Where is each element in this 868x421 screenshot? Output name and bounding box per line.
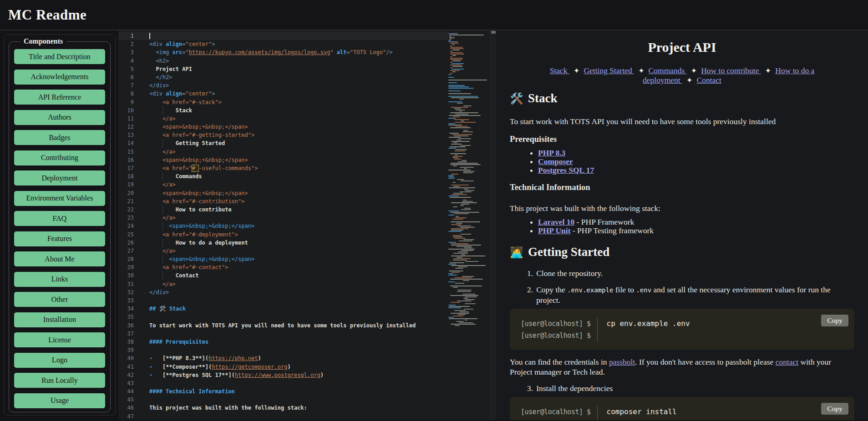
editor-minimap[interactable] <box>448 32 490 420</box>
component-button-features[interactable]: Features <box>14 231 105 246</box>
editor-code-rows[interactable]: 12<div align="center">3 <img src="https:… <box>118 32 448 420</box>
preview-heading-getting-started: 🧑‍💻Getting Started <box>510 245 854 259</box>
preview-list: Laravel 10 - PHP FrameworkPHP Unit - PHP… <box>510 218 854 235</box>
preview-link-php-8.3[interactable]: PHP 8.3 <box>538 148 565 157</box>
editor-line-17: 17 <a href="# -useful-commands"> <box>118 164 448 172</box>
minimap-line <box>449 318 477 319</box>
minimap-line <box>448 88 474 89</box>
component-button-usage[interactable]: Usage <box>14 393 105 408</box>
editor-line-number: 14 <box>118 139 142 147</box>
editor-line-38: 38#### Prerequisites <box>118 338 448 346</box>
minimap-line <box>449 39 452 40</box>
minimap-line <box>460 311 469 312</box>
editor-scrollbar[interactable] <box>490 30 496 420</box>
editor-line-31: 31 </a> <box>118 280 448 288</box>
component-button-deployment[interactable]: Deployment <box>14 170 105 185</box>
preview-nav-link-commands[interactable]: Commands <box>649 66 687 75</box>
component-button-title-and-description[interactable]: Title and Description <box>14 49 105 64</box>
minimap-line <box>457 179 465 180</box>
minimap-line <box>451 163 478 164</box>
editor-line-2: 2<div align="center"> <box>118 40 448 48</box>
minimap-line <box>451 221 480 222</box>
indent-guide <box>162 239 163 247</box>
inline-code: .env.example <box>567 286 613 294</box>
step-text: Clone the repository. <box>536 268 603 278</box>
preview-link-php-unit[interactable]: PHP Unit <box>538 226 570 235</box>
editor-line-22: 22 How to contribute <box>118 205 448 214</box>
component-button-logo[interactable]: Logo <box>14 353 105 368</box>
preview-link-passbolt[interactable]: passbolt <box>609 357 635 366</box>
minimap-line <box>448 92 490 93</box>
editor-line-34: 34## 🛠️ Stack <box>118 305 448 313</box>
list-item: Laravel 10 - PHP Framework <box>538 218 854 226</box>
minimap-line <box>448 305 456 306</box>
component-button-acknowledgements[interactable]: Acknowledgements <box>14 70 105 85</box>
component-button-run-locally[interactable]: Run Locally <box>14 373 105 388</box>
editor-line-number: 5 <box>118 65 142 73</box>
components-sidebar: Components Title and DescriptionAcknowle… <box>0 30 118 420</box>
component-button-links[interactable]: Links <box>14 272 105 287</box>
component-button-api-reference[interactable]: API Reference <box>14 90 105 105</box>
editor-line-28: 28 <span>&nbsp;+&nbsp;</span> <box>118 255 448 263</box>
preview-nav-link-how-to-contribute[interactable]: How to contribute <box>701 66 761 75</box>
minimap-line <box>464 208 471 209</box>
minimap-line <box>448 275 457 276</box>
minimap-line <box>452 182 456 183</box>
minimap-line <box>457 246 471 247</box>
minimap-line <box>448 264 456 265</box>
minimap-line <box>451 245 482 246</box>
minimap-line <box>451 243 468 244</box>
minimap-line <box>451 224 462 225</box>
editor-line-number: 3 <box>118 48 142 56</box>
copy-button[interactable]: Copy <box>821 403 848 415</box>
editor-line-40: 40- [**PHP 8.3**](https://php.net) <box>118 354 448 362</box>
editor-scrollbar-thumb[interactable] <box>491 31 496 34</box>
step-number: 3. <box>527 383 533 393</box>
component-button-about-me[interactable]: About Me <box>14 251 105 266</box>
editor-line-23: 23 </a> <box>118 214 448 222</box>
preview-title: Project API <box>510 40 854 55</box>
minimap-line <box>452 66 463 67</box>
component-button-other[interactable]: Other <box>14 292 105 307</box>
editor-line-9: 9 <a href="#-stack"> <box>118 98 448 106</box>
minimap-line <box>463 105 472 106</box>
nav-separator-icon: ✦ <box>687 67 701 75</box>
component-button-authors[interactable]: Authors <box>14 110 105 125</box>
component-button-faq[interactable]: FAQ <box>14 211 105 226</box>
editor-line-number: 45 <box>118 396 142 404</box>
editor-line-number: 8 <box>118 90 142 98</box>
editor-line-number: 22 <box>118 205 142 214</box>
markdown-code-editor[interactable]: 12<div align="center">3 <img src="https:… <box>118 30 496 420</box>
editor-line-37: 37 <box>118 330 448 338</box>
component-button-contributing[interactable]: Contributing <box>14 150 105 165</box>
preview-link-postgres-sql-17[interactable]: Postgres SQL 17 <box>538 165 594 175</box>
component-button-installation[interactable]: Installation <box>14 312 105 327</box>
minimap-line <box>448 32 490 33</box>
editor-line-36: 36To start work with TOTS API you will n… <box>118 321 448 330</box>
components-legend: Components <box>20 37 66 45</box>
component-button-badges[interactable]: Badges <box>14 130 105 145</box>
minimap-line <box>448 178 455 179</box>
preview-nav-link-stack[interactable]: Stack <box>550 66 569 75</box>
minimap-line <box>449 37 455 38</box>
minimap-line <box>458 251 468 252</box>
minimap-line <box>448 84 490 85</box>
preview-link-contact[interactable]: contact <box>776 357 799 366</box>
component-button-environment-variables[interactable]: Environment Variables <box>14 191 105 206</box>
preview-link-composer[interactable]: Composer <box>538 157 573 166</box>
component-button-license[interactable]: License <box>14 332 105 347</box>
minimap-line <box>448 89 490 90</box>
preview-subheading-prerequisites: Prerequisites <box>510 135 854 144</box>
editor-line-45: 45 <box>118 396 448 404</box>
minimap-line <box>454 108 461 109</box>
editor-line-number: 2 <box>118 40 142 48</box>
preview-nav-link-getting-started[interactable]: Getting Started <box>584 66 634 75</box>
step-number: 2. <box>527 285 533 305</box>
editor-line-5: 5 Project API <box>118 65 448 73</box>
preview-nav-link-contact[interactable]: Contact <box>696 75 721 85</box>
minimap-line <box>451 141 470 142</box>
copy-button[interactable]: Copy <box>821 315 848 326</box>
preview-link-laravel-10[interactable]: Laravel 10 <box>538 217 574 226</box>
minimap-line <box>450 47 462 48</box>
minimap-line <box>450 54 464 55</box>
